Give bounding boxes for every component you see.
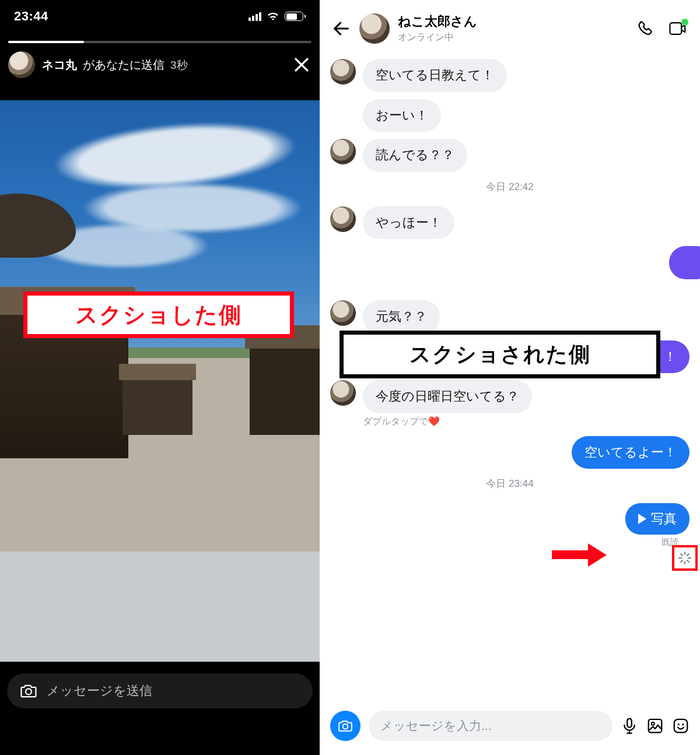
- annotation-label-left: スクショした側: [23, 292, 294, 338]
- msg-bubble[interactable]: 元気？？: [363, 300, 440, 333]
- msg-avatar[interactable]: [330, 300, 356, 326]
- microphone-icon[interactable]: [621, 717, 638, 735]
- msg-bubble[interactable]: 今度の日曜日空いてる？: [363, 380, 532, 413]
- msg-bubble-mine[interactable]: 空いてるよー！: [572, 436, 690, 469]
- online-dot-icon: [681, 19, 688, 26]
- svg-point-15: [678, 724, 680, 725]
- gallery-icon[interactable]: [646, 717, 664, 735]
- msg-bubble[interactable]: おーい！: [363, 99, 441, 132]
- status-bar: 23:44 58: [0, 0, 320, 33]
- status-time: 23:44: [14, 9, 48, 24]
- msg-avatar[interactable]: [330, 59, 356, 85]
- back-icon[interactable]: [331, 19, 351, 38]
- composer-bar: メッセージを入力...: [320, 703, 700, 755]
- message-input-placeholder: メッセージを送信: [47, 682, 152, 700]
- annotation-label-right: スクショされた側: [340, 331, 660, 378]
- svg-line-9: [687, 554, 689, 556]
- camera-button[interactable]: [330, 711, 360, 741]
- sender-name: ネコ丸: [42, 57, 77, 73]
- contact-status: オンライン中: [398, 31, 629, 44]
- call-icon[interactable]: [637, 20, 654, 37]
- chat-header: ねこ太郎さん オンライン中: [320, 0, 700, 54]
- msg-bubble[interactable]: やっほー！: [363, 206, 454, 240]
- timestamp: 今日 23:44: [330, 477, 690, 490]
- contact-avatar[interactable]: [359, 13, 390, 44]
- msg-avatar[interactable]: [330, 206, 356, 232]
- play-icon: [638, 514, 646, 524]
- svg-point-10: [343, 724, 348, 729]
- sender-avatar[interactable]: [8, 51, 35, 78]
- annotation-arrow-icon: [552, 545, 607, 565]
- composer-input[interactable]: メッセージを入力...: [369, 711, 612, 741]
- contact-name: ねこ太郎さん: [398, 13, 629, 30]
- msg-bubble[interactable]: 読んでる？？: [363, 139, 467, 172]
- reaction-hint: ダブルタップで❤️: [363, 416, 690, 428]
- sticker-icon[interactable]: [672, 717, 690, 735]
- msg-avatar[interactable]: [330, 139, 356, 164]
- msg-bubble[interactable]: 空いてる日教えて！: [363, 59, 507, 92]
- svg-rect-14: [674, 719, 688, 733]
- sender-suffix: があなたに送信: [83, 57, 164, 73]
- story-elapsed: 3秒: [170, 58, 188, 73]
- story-header: ネコ丸があなたに送信 3秒: [8, 51, 312, 78]
- svg-line-8: [681, 560, 682, 562]
- composer-placeholder: メッセージを入力...: [380, 718, 492, 734]
- chat-body[interactable]: 空いてる日教えて！ おーい！ 読んでる？？ 今日 22:42 やっほー！ 元気？…: [320, 54, 700, 703]
- wifi-icon: [267, 12, 279, 21]
- battery-indicator: 58: [285, 12, 306, 21]
- svg-line-7: [687, 560, 689, 562]
- svg-rect-11: [627, 719, 632, 728]
- svg-line-6: [681, 554, 682, 556]
- svg-point-16: [682, 724, 684, 725]
- svg-point-13: [652, 722, 654, 725]
- timestamp: 今日 22:42: [330, 180, 690, 194]
- msg-bubble-mine[interactable]: [669, 246, 700, 279]
- cellular-signal-icon: [249, 12, 261, 21]
- message-input-bar[interactable]: メッセージを送信: [7, 673, 313, 708]
- story-viewer-pane: 23:44 58 ネコ丸があなたに送信 3秒: [0, 0, 320, 755]
- close-icon[interactable]: [292, 55, 312, 75]
- msg-avatar[interactable]: [330, 380, 356, 406]
- chat-pane: ねこ太郎さん オンライン中 空いてる日教えて！ おーい！ 読んでる？？ 今日 2…: [320, 0, 700, 755]
- video-call-icon[interactable]: [668, 20, 687, 37]
- annotation-highlight-box: [672, 545, 698, 571]
- svg-rect-12: [649, 719, 662, 733]
- svg-point-0: [26, 689, 32, 694]
- read-receipt: 既読: [330, 537, 679, 548]
- camera-icon[interactable]: [20, 683, 37, 698]
- svg-rect-1: [670, 23, 681, 34]
- story-progress-bar[interactable]: [8, 41, 312, 43]
- photo-message-chip[interactable]: 写真: [625, 503, 690, 535]
- camera-icon: [338, 719, 353, 732]
- loading-spinner-icon: [678, 551, 692, 565]
